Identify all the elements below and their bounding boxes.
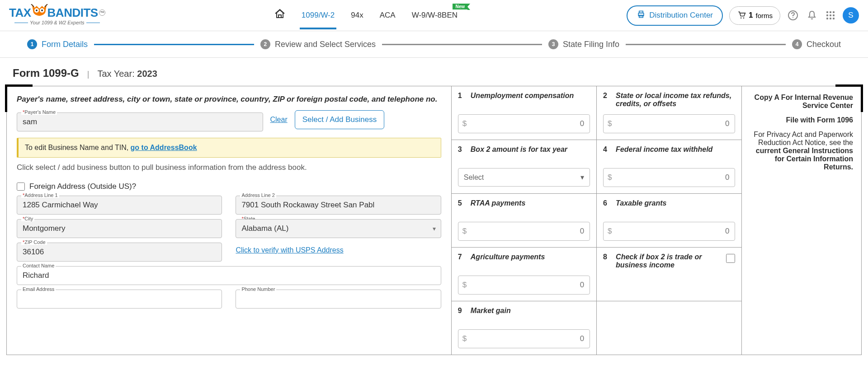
box-7-input[interactable]: [458, 276, 590, 295]
box-2-input[interactable]: [603, 114, 735, 133]
box-8-checkbox[interactable]: [726, 254, 735, 263]
box-6-label: Taxable grants: [616, 199, 666, 217]
form-area: Form 1099-G | Tax Year: 2023 Payer's nam…: [0, 58, 868, 360]
step-state-filing[interactable]: 3 State Filing Info: [548, 39, 619, 49]
box-1-label: Unemployment compensation: [471, 92, 574, 110]
zip-input[interactable]: [17, 243, 222, 262]
svg-point-2: [36, 9, 38, 11]
payer-panel: Payer's name, street address, city or to…: [7, 86, 451, 355]
header-actions: Distribution Center 1 forms S: [627, 5, 859, 26]
dollar-icon: $: [462, 227, 467, 236]
bell-icon[interactable]: [806, 9, 818, 22]
box-3-label: Box 2 amount is for tax year: [471, 145, 567, 164]
apps-grid-icon[interactable]: [825, 9, 836, 21]
copy-a-panel: Copy A For Internal Revenue Service Cent…: [741, 86, 861, 355]
label-addr1: Address Line 1: [21, 192, 59, 198]
box-9-label: Market gain: [471, 307, 511, 325]
help-icon[interactable]: [787, 9, 799, 22]
label-contact: Contact Name: [21, 263, 56, 268]
label-email: Email Address: [21, 286, 56, 292]
nav-aca[interactable]: ACA: [378, 2, 397, 29]
logo-tax: TAX: [9, 6, 31, 20]
svg-point-10: [793, 17, 793, 18]
payer-name-input[interactable]: [17, 112, 263, 131]
logo[interactable]: TAX BANDITS ™ Your 1099 & W2 Experts: [9, 6, 105, 25]
label-phone: Phone Number: [240, 286, 276, 292]
verify-usps-link[interactable]: Click to verify with USPS Address: [236, 246, 343, 254]
nav-w9-w8ben[interactable]: W-9/W-8BEN New: [410, 2, 459, 29]
forms-count: 1: [749, 11, 753, 20]
step-review-services[interactable]: 2 Review and Select Services: [260, 39, 376, 49]
main-nav: 1099/W-2 94x ACA W-9/W-8BEN New: [273, 0, 459, 31]
forms-cart-button[interactable]: 1 forms: [729, 6, 780, 25]
box-4-input[interactable]: [603, 168, 735, 187]
clear-link[interactable]: Clear: [270, 116, 288, 124]
city-input[interactable]: [17, 219, 222, 238]
step-form-details[interactable]: 1 Form Details: [27, 39, 88, 49]
label-addr2: Address Line 2: [240, 192, 276, 198]
box-1-input[interactable]: [458, 114, 590, 133]
box-4-label: Federal income tax withheld: [616, 145, 712, 164]
tax-year: Tax Year: 2023: [97, 69, 157, 79]
go-to-addressbook-link[interactable]: go to AddressBook: [131, 144, 197, 151]
hint-text: Click select / add business button to pu…: [17, 163, 441, 172]
cart-icon: [737, 10, 746, 21]
user-avatar[interactable]: S: [843, 7, 859, 23]
state-select[interactable]: [236, 219, 441, 238]
addressbook-note: To edit Business Name and TIN, go to Add…: [17, 138, 441, 158]
step-checkout[interactable]: 4 Checkout: [792, 39, 841, 49]
svg-point-7: [741, 17, 742, 18]
dollar-icon: $: [608, 227, 612, 236]
dollar-icon: $: [462, 334, 467, 343]
home-icon[interactable]: [273, 0, 287, 31]
box-5-label: RTAA payments: [471, 199, 526, 217]
form-boxes: 1Unemployment compensation $ 2State or l…: [451, 86, 742, 355]
copy-a-title: Copy A For Internal Revenue Service Cent…: [750, 94, 853, 110]
privacy-notice: For Privacy Act and Paperwork Reduction …: [750, 131, 853, 171]
payer-instructions: Payer's name, street address, city or to…: [17, 94, 441, 105]
dollar-icon: $: [462, 119, 467, 128]
label-city: City: [21, 216, 34, 221]
box-8-label: Check if box 2 is trade or business inco…: [616, 253, 721, 271]
dollar-icon: $: [608, 119, 612, 128]
forms-label: forms: [755, 12, 773, 19]
dist-center-label: Distribution Center: [649, 11, 713, 20]
contact-name-input[interactable]: [17, 266, 441, 285]
nav-1099-w2[interactable]: 1099/W-2: [300, 2, 336, 29]
svg-point-8: [743, 17, 745, 18]
box-2-label: State or local income tax refunds, credi…: [616, 92, 735, 110]
distribution-center-button[interactable]: Distribution Center: [627, 5, 723, 26]
svg-rect-5: [639, 11, 643, 13]
box-3-select[interactable]: Select▾: [458, 168, 590, 187]
box-9-input[interactable]: [458, 329, 590, 348]
printer-icon: [637, 10, 646, 21]
file-1096: File with Form 1096: [750, 116, 853, 124]
form-title: Form 1099-G: [13, 67, 79, 80]
trademark-icon: ™: [99, 9, 105, 16]
phone-input[interactable]: [236, 290, 441, 309]
address-line-2-input[interactable]: [236, 196, 441, 215]
box-7-label: Agriculture payments: [471, 253, 545, 271]
box-5-input[interactable]: [458, 222, 590, 241]
top-header: TAX BANDITS ™ Your 1099 & W2 Experts 109…: [0, 0, 868, 31]
owl-icon: [30, 4, 48, 18]
label-payer-name: Payer's Name: [21, 109, 57, 115]
svg-point-3: [41, 9, 43, 11]
logo-tagline: Your 1099 & W2 Experts: [9, 20, 105, 25]
dollar-icon: $: [462, 281, 467, 290]
foreign-address-checkbox[interactable]: Foreign Address (Outside US)?: [17, 182, 441, 191]
new-badge: New: [453, 4, 467, 9]
box-6-input[interactable]: [603, 222, 735, 241]
nav-w9-label: W-9/W-8BEN: [412, 11, 458, 19]
select-add-business-button[interactable]: Select / Add Business: [295, 110, 384, 129]
label-zip: ZIP Code: [21, 239, 47, 245]
nav-94x[interactable]: 94x: [349, 2, 365, 29]
chevron-down-icon: ▾: [580, 173, 584, 182]
address-line-1-input[interactable]: [17, 196, 222, 215]
email-input[interactable]: [17, 290, 222, 309]
progress-stepper: 1 Form Details 2 Review and Select Servi…: [0, 31, 868, 58]
logo-bandits: BANDITS: [47, 6, 98, 20]
dollar-icon: $: [608, 173, 612, 182]
